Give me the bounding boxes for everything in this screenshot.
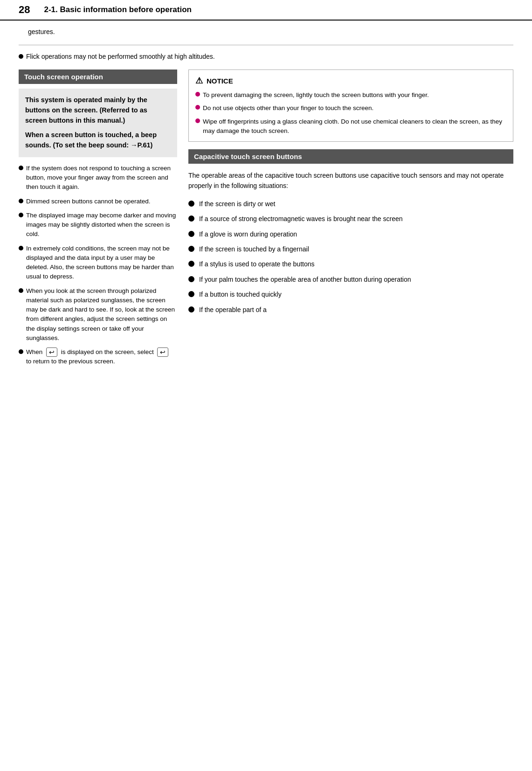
cap-bullet-3-text: If a glove is worn during operation: [199, 229, 297, 239]
cap-bullet-4-text: If the screen is touched by a fingernail: [199, 244, 309, 254]
cap-bullet-8: If the operable part of a: [188, 305, 513, 315]
cap-bullet-1: If the screen is dirty or wet: [188, 199, 513, 209]
notice-item-2: Do not use objects other than your finge…: [195, 104, 506, 113]
return-icon-2: ↩: [157, 347, 168, 357]
cap-bullet-7-icon: [188, 291, 194, 297]
left-column: Touch screen operation This system is op…: [19, 69, 177, 371]
left-bullet-3-icon: [19, 213, 23, 217]
cap-bullet-7-text: If a button is touched quickly: [199, 289, 282, 299]
notice-item-2-text: Do not use objects other than your finge…: [203, 104, 373, 113]
left-bullet-5-icon: [19, 288, 23, 293]
cap-bullets: If the screen is dirty or wet If a sourc…: [188, 199, 513, 315]
left-bullet-4-icon: [19, 246, 23, 250]
bold-intro-para-2: When a screen button is touched, a beep …: [25, 130, 171, 151]
notice-item-1: To prevent damaging the screen, lightly …: [195, 90, 506, 100]
flick-note-text: Flick operations may not be performed sm…: [26, 53, 215, 60]
bold-intro-box: This system is operated mainly by the bu…: [19, 89, 177, 157]
page-header: 28 2-1. Basic information before operati…: [0, 0, 532, 21]
cap-bullet-8-text: If the operable part of a: [199, 305, 267, 315]
cap-bullet-2: If a source of strong electromagnetic wa…: [188, 214, 513, 224]
left-bullet-1: If the system does not respond to touchi…: [19, 164, 177, 192]
cap-intro: The operable areas of the capacitive tou…: [188, 170, 513, 191]
cap-bullet-3-icon: [188, 231, 194, 237]
notice-box: ⚠ NOTICE To prevent damaging the screen,…: [188, 69, 513, 142]
cap-bullet-6-text: If your palm touches the operable area o…: [199, 274, 411, 285]
left-bullet-6-icon: [19, 349, 23, 354]
notice-header-text: NOTICE: [207, 77, 233, 85]
cap-bullet-5: If a stylus is used to operate the butto…: [188, 259, 513, 269]
page-content: gestures. Flick operations may not be pe…: [0, 21, 532, 390]
right-column: ⚠ NOTICE To prevent damaging the screen,…: [188, 69, 513, 320]
page-header-title: 2-1. Basic information before operation: [44, 5, 191, 14]
notice-bullet-2: [195, 105, 200, 110]
cap-bullet-6-icon: [188, 276, 194, 282]
cap-bullet-4: If the screen is touched by a fingernail: [188, 244, 513, 254]
left-bullet-4-text: In extremely cold conditions, the screen…: [26, 244, 177, 282]
bold-intro-para-1: This system is operated mainly by the bu…: [25, 95, 171, 125]
two-col-layout: Touch screen operation This system is op…: [19, 69, 513, 371]
touch-screen-section-header: Touch screen operation: [19, 69, 177, 84]
left-bullet-2-text: Dimmed screen buttons cannot be operated…: [26, 197, 150, 206]
flick-note: Flick operations may not be performed sm…: [19, 53, 513, 60]
cap-section-header-text: Capacitive touch screen buttons: [194, 153, 302, 160]
left-bullet-1-text: If the system does not respond to touchi…: [26, 164, 177, 192]
cap-bullet-2-icon: [188, 215, 194, 222]
cap-bullet-3: If a glove is worn during operation: [188, 229, 513, 239]
cap-bullet-6: If your palm touches the operable area o…: [188, 274, 513, 285]
divider-top: [19, 45, 513, 45]
left-bullet-6: When ↩ is displayed on the screen, selec…: [19, 347, 177, 367]
cap-bullet-4-icon: [188, 246, 194, 252]
cap-bullet-8-icon: [188, 306, 194, 313]
left-bullet-5: When you look at the screen through pola…: [19, 286, 177, 343]
left-bullet-3-text: The displayed image may become darker an…: [26, 211, 177, 239]
notice-bullet-3: [195, 118, 200, 123]
left-bullet-1-icon: [19, 166, 23, 170]
cap-bullet-1-icon: [188, 201, 194, 207]
notice-item-3-text: Wipe off fingerprints using a glass clea…: [203, 117, 506, 136]
notice-item-1-text: To prevent damaging the screen, lightly …: [203, 90, 429, 100]
notice-bullet-1: [195, 92, 200, 97]
return-icon-1: ↩: [46, 347, 57, 357]
notice-header: ⚠ NOTICE: [195, 76, 506, 86]
cap-bullet-2-text: If a source of strong electromagnetic wa…: [199, 214, 403, 224]
cap-bullet-5-text: If a stylus is used to operate the butto…: [199, 259, 314, 269]
left-bullet-2: Dimmed screen buttons cannot be operated…: [19, 197, 177, 206]
flick-note-bullet: [19, 54, 23, 59]
left-bullet-5-text: When you look at the screen through pola…: [26, 286, 177, 343]
left-bullet-4: In extremely cold conditions, the screen…: [19, 244, 177, 282]
gestures-line: gestures.: [19, 28, 513, 41]
page-number: 28: [19, 4, 30, 16]
warning-icon: ⚠: [195, 76, 203, 86]
cap-bullet-5-icon: [188, 261, 194, 267]
notice-item-3: Wipe off fingerprints using a glass clea…: [195, 117, 506, 136]
cap-bullet-7: If a button is touched quickly: [188, 289, 513, 299]
left-bullets: If the system does not respond to touchi…: [19, 164, 177, 367]
cap-bullet-1-text: If the screen is dirty or wet: [199, 199, 275, 209]
cap-section-header: Capacitive touch screen buttons: [188, 149, 513, 164]
left-bullet-3: The displayed image may become darker an…: [19, 211, 177, 239]
left-bullet-2-icon: [19, 199, 23, 203]
left-bullet-6-text: When ↩ is displayed on the screen, selec…: [26, 347, 177, 367]
